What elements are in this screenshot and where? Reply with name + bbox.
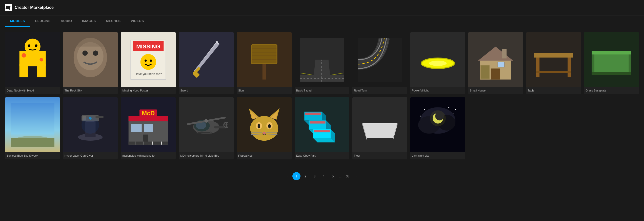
svg-marker-123 [362, 123, 397, 138]
svg-rect-79 [129, 141, 168, 144]
page-5-button[interactable]: 5 [329, 172, 337, 180]
card-grass-baseplate[interactable]: Grass Baseplate [584, 32, 639, 94]
card-title: Missing Noob Poster [121, 87, 176, 94]
card-title: Small House [468, 87, 523, 94]
tab-meshes[interactable]: MESHES [101, 15, 126, 27]
svg-point-138 [430, 110, 446, 126]
svg-rect-54 [568, 58, 571, 77]
card-title: MD Helicopters MH-6 Little Bird [179, 152, 234, 159]
card-title: Sunless Blue Sky Skybox [5, 152, 60, 159]
card-laser-gun[interactable]: Hyper Laser Gun Giver [63, 97, 118, 159]
svg-point-134 [448, 107, 449, 108]
main-nav: MODELS PLUGINS AUDIO IMAGES MESHES VIDEO… [0, 15, 644, 27]
svg-rect-60 [592, 72, 631, 75]
svg-point-90 [205, 119, 208, 123]
app-header: Creator Marketplace [0, 0, 644, 15]
next-page-button[interactable]: › [353, 172, 361, 180]
svg-rect-25 [192, 70, 200, 78]
svg-rect-58 [592, 54, 594, 75]
svg-point-13 [93, 50, 98, 56]
card-title: Dead Noob with blood [5, 87, 60, 94]
svg-text:MISSING: MISSING [136, 43, 160, 49]
card-floor[interactable]: Floor [352, 97, 407, 159]
page-dots: ... [338, 174, 343, 178]
tab-plugins[interactable]: PLUGINS [30, 15, 56, 27]
card-night-sky[interactable]: dark night sky- [410, 97, 465, 159]
card-rock-sky[interactable]: The Rock Sky [63, 32, 118, 94]
svg-rect-118 [310, 121, 325, 124]
main-content: Dead Noob with blood The Rock Sky [0, 27, 644, 193]
svg-point-44 [429, 61, 447, 66]
svg-rect-117 [305, 113, 321, 115]
svg-rect-56 [592, 51, 631, 75]
svg-marker-126 [362, 123, 397, 123]
card-title: dark night sky- [410, 152, 465, 159]
card-title: Grass Baseplate [584, 87, 639, 94]
svg-rect-122 [314, 130, 330, 132]
svg-rect-57 [592, 51, 631, 54]
card-helicopter[interactable]: MD Helicopters MH-6 Little Bird [179, 97, 234, 159]
card-title: Floor [352, 152, 407, 159]
tab-images[interactable]: IMAGES [77, 15, 101, 27]
card-title: Floppa Npc [237, 152, 292, 159]
svg-rect-63 [11, 138, 54, 147]
svg-point-97 [250, 116, 278, 141]
card-sign[interactable]: Sign [237, 32, 292, 94]
svg-rect-59 [629, 54, 631, 75]
svg-point-12 [83, 50, 88, 56]
card-title: Sign [237, 87, 292, 94]
card-mcdonalds[interactable]: McD mcdonalds with parking lot [121, 97, 176, 159]
card-small-house[interactable]: Small House [468, 32, 523, 94]
svg-rect-51 [481, 65, 490, 79]
card-title: Road Turn [352, 87, 407, 94]
card-obby[interactable]: Easy Obby Part [295, 97, 350, 159]
page-1-button[interactable]: 1 [292, 172, 300, 180]
page-2-button[interactable]: 2 [301, 172, 310, 180]
page-4-button[interactable]: 4 [320, 172, 328, 180]
card-title: Table [526, 87, 581, 94]
svg-rect-49 [502, 49, 507, 58]
page-3-button[interactable]: 3 [311, 172, 319, 180]
card-title: Sword [179, 87, 234, 94]
models-grid: Dead Noob with blood The Rock Sky [5, 32, 639, 159]
svg-rect-55 [536, 71, 571, 73]
app-title: Creator Marketplace [15, 5, 54, 10]
svg-point-135 [453, 114, 454, 114]
svg-point-105 [268, 124, 271, 128]
card-sword[interactable]: Sword [179, 32, 234, 94]
svg-point-4 [25, 39, 40, 54]
svg-point-133 [424, 109, 425, 110]
card-floppa[interactable]: Floppa Npc [237, 97, 292, 159]
card-title: The Rock Sky [63, 87, 118, 94]
card-title: mcdonalds with parking lot [121, 152, 176, 159]
card-t-road[interactable]: Basic T road [295, 32, 350, 94]
svg-marker-46 [478, 46, 513, 60]
svg-rect-48 [498, 62, 505, 67]
card-title: Powerful light [410, 87, 465, 94]
svg-point-8 [39, 58, 43, 61]
card-road-turn[interactable]: Road Turn [352, 32, 407, 94]
prev-page-button[interactable]: ‹ [283, 172, 291, 180]
svg-point-104 [257, 124, 260, 128]
card-sunless-sky[interactable]: Sunless Blue Sky Skybox [5, 97, 60, 159]
svg-point-7 [22, 53, 26, 57]
svg-point-137 [455, 109, 456, 110]
svg-point-5 [28, 44, 30, 47]
svg-rect-53 [536, 58, 540, 77]
roblox-logo [5, 4, 12, 11]
card-powerful-light[interactable]: Powerful light [410, 32, 465, 94]
svg-point-19 [145, 59, 147, 62]
card-table[interactable]: Table [526, 32, 581, 94]
tab-audio[interactable]: AUDIO [56, 15, 77, 27]
card-title: Hyper Laser Gun Giver [63, 152, 118, 159]
card-dead-noob[interactable]: Dead Noob with blood [5, 32, 60, 94]
svg-rect-29 [252, 45, 276, 63]
svg-rect-68 [96, 116, 104, 118]
card-missing-poster[interactable]: MISSING Have you seen me? Missing Noob P… [121, 32, 176, 94]
page-33-button[interactable]: 33 [344, 172, 352, 180]
card-title: Basic T road [295, 87, 350, 94]
tab-videos[interactable]: VIDEOS [126, 15, 149, 27]
svg-rect-27 [262, 62, 266, 79]
svg-rect-76 [131, 124, 142, 132]
tab-models[interactable]: MODELS [5, 15, 30, 27]
